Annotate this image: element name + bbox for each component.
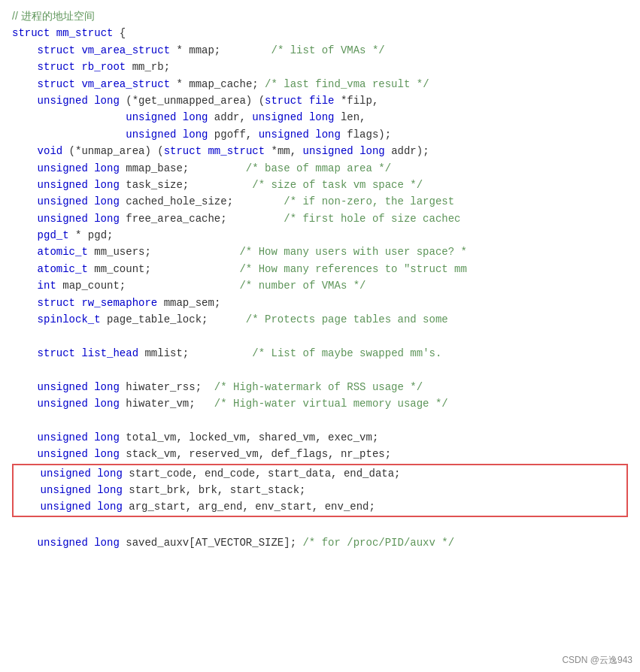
line-11: unsigned long task_size; /* size of task… <box>12 177 628 193</box>
line-16: atomic_t mm_count; /* How many reference… <box>12 261 628 277</box>
line-30: unsigned long arg_start, arg_end, env_st… <box>15 498 625 515</box>
line-8: unsigned long pgoff, unsigned long flags… <box>12 126 628 143</box>
line-29: unsigned long start_brk, brk, start_stac… <box>15 482 625 498</box>
line-6: unsigned long (*get_unmapped_area) (stru… <box>12 92 628 109</box>
line-32: unsigned long saved_auxv[AT_VECTOR_SIZE]… <box>12 534 628 551</box>
code-container: // 进程的地址空间 struct mm_struct { struct vm_… <box>0 0 640 672</box>
line-17: int map_count; /* number of VMAs */ <box>12 277 628 294</box>
line-10: unsigned long mmap_base; /* base of mmap… <box>12 160 628 177</box>
line-1: // 进程的地址空间 <box>12 8 628 25</box>
line-4: struct rb_root mm_rb; <box>12 59 628 75</box>
footer-attribution: CSDN @云逸943 <box>562 653 632 667</box>
line-23: unsigned long hiwater_rss; /* High-water… <box>12 379 628 395</box>
line-3: struct vm_area_struct * mmap; /* list of… <box>12 42 628 59</box>
line-24: unsigned long hiwater_vm; /* High-water … <box>12 395 628 412</box>
line-5: struct vm_area_struct * mmap_cache; /* l… <box>12 76 628 92</box>
line-2: struct mm_struct { <box>12 25 628 41</box>
line-15: atomic_t mm_users; /* How many users wit… <box>12 244 628 260</box>
line-12: unsigned long cached_hole_size; /* if no… <box>12 193 628 210</box>
line-26: unsigned long total_vm, locked_vm, share… <box>12 429 628 446</box>
line-9: void (*unmap_area) (struct mm_struct *mm… <box>12 143 628 159</box>
line-25 <box>12 412 628 428</box>
line-7: unsigned long addr, unsigned long len, <box>12 109 628 126</box>
line-13: unsigned long free_area_cache; /* first … <box>12 210 628 227</box>
line-21: struct list_head mmlist; /* List of mayb… <box>12 345 628 362</box>
line-31 <box>12 518 628 534</box>
line-27: unsigned long stack_vm, reserved_vm, def… <box>12 446 628 462</box>
line-20 <box>12 328 628 344</box>
highlighted-block: unsigned long start_code, end_code, star… <box>12 464 628 517</box>
line-28: unsigned long start_code, end_code, star… <box>15 465 625 482</box>
line-22 <box>12 362 628 378</box>
line-14: pgd_t * pgd; <box>12 227 628 244</box>
line-19: spinlock_t page_table_lock; /* Protects … <box>12 311 628 328</box>
line-18: struct rw_semaphore mmap_sem; <box>12 295 628 311</box>
